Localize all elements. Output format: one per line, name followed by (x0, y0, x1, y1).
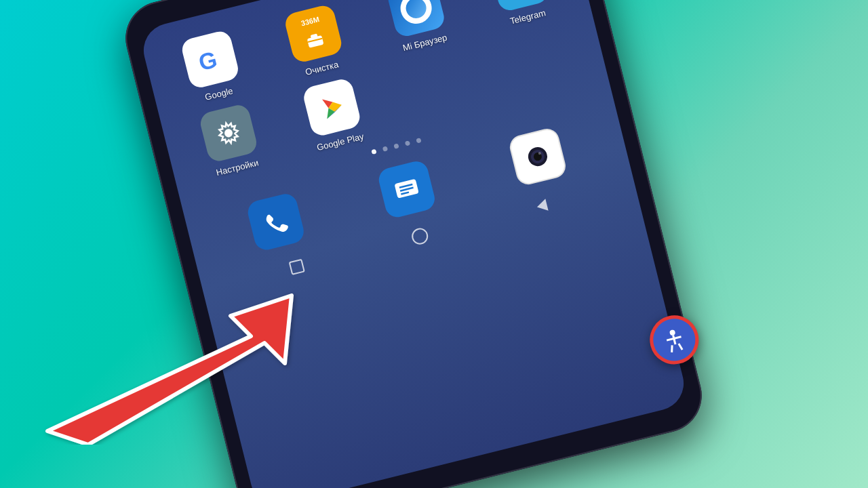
svg-point-18 (669, 329, 676, 336)
dot-1 (371, 149, 376, 155)
dock-camera[interactable] (507, 126, 568, 187)
dot-5 (416, 138, 421, 143)
svg-text:G: G (196, 46, 220, 75)
app-google[interactable]: G Google (180, 29, 244, 105)
dot-4 (404, 140, 410, 146)
google-label: Google (204, 85, 234, 102)
app-telegram[interactable]: Telegram (489, 0, 553, 28)
app-browser[interactable]: Mi Браузер (386, 0, 450, 54)
accessibility-icon (658, 324, 690, 355)
svg-line-19 (673, 336, 675, 345)
svg-line-22 (679, 343, 682, 350)
svg-point-4 (224, 128, 234, 138)
telegram-label: Telegram (509, 7, 547, 26)
svg-marker-23 (47, 296, 292, 445)
back-button[interactable] (536, 199, 549, 213)
dock-messages[interactable] (376, 159, 437, 220)
app-cleaner[interactable]: 336M Очистка (283, 3, 347, 79)
dock-phone[interactable] (245, 191, 307, 252)
dot-2 (382, 146, 387, 152)
arrow-container (34, 255, 414, 447)
home-button[interactable] (410, 226, 430, 246)
cleaner-label: Очистка (304, 59, 340, 77)
svg-line-21 (670, 345, 673, 352)
red-arrow (34, 255, 414, 445)
dot-3 (393, 143, 399, 148)
